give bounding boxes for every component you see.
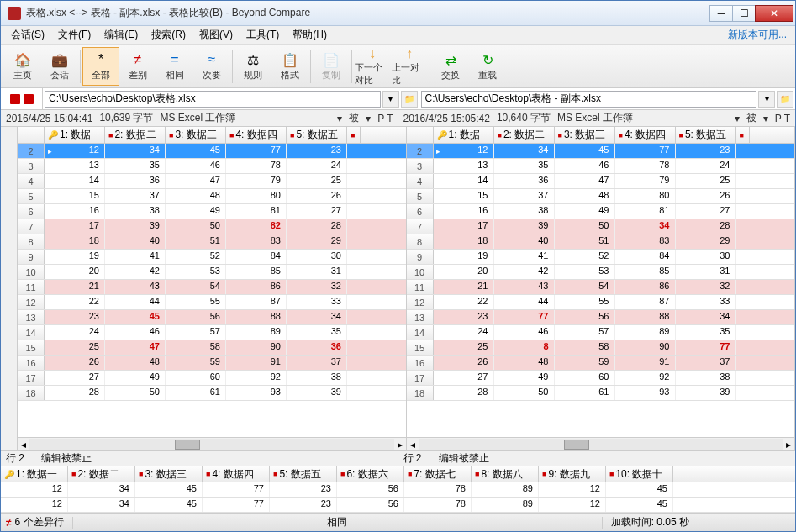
menu-视图(V)[interactable]: 视图(V) <box>192 26 240 44</box>
compare-mode-icon[interactable] <box>1 88 43 109</box>
column-header[interactable]: ■4: 数据四 <box>226 127 287 143</box>
table-row[interactable]: 102042538531 <box>407 265 795 280</box>
table-row[interactable]: 112143548632 <box>18 280 406 295</box>
status-center: 相同 <box>82 515 593 529</box>
table-row[interactable]: 91941528430 <box>407 250 795 265</box>
table-row[interactable]: 182850619339 <box>18 386 406 401</box>
toolbar-home[interactable]: 🏠主页 <box>4 47 41 86</box>
table-row[interactable]: 132345568834 <box>18 310 406 325</box>
detail-row[interactable]: 12344577235678891245 <box>1 498 795 513</box>
session-icon: 💼 <box>50 50 69 69</box>
table-row[interactable]: 61638498127 <box>18 204 406 219</box>
table-row[interactable]: 15258589077 <box>407 340 795 356</box>
right-pane: 🔑1: 数据一■2: 数据二■3: 数据三■4: 数据四■5: 数据五■ 2▸1… <box>407 127 796 450</box>
maximize-button[interactable]: ☐ <box>732 5 756 22</box>
detail-column-header[interactable]: ■7: 数据七 <box>404 466 472 482</box>
table-row[interactable]: 142446578935 <box>407 325 795 340</box>
column-header[interactable]: ■2: 数据二 <box>494 127 555 143</box>
toolbar-reload[interactable]: ↻重载 <box>469 47 506 86</box>
toolbar-minor[interactable]: ≈次要 <box>193 47 230 86</box>
table-row[interactable]: 31335467824 <box>407 159 795 174</box>
left-grid[interactable]: 2▸12344577233133546782441436477925515374… <box>18 144 406 437</box>
menu-工具(T)[interactable]: 工具(T) <box>240 26 286 44</box>
table-row[interactable]: 71739508228 <box>18 219 406 234</box>
table-row[interactable]: 41436477925 <box>18 174 406 189</box>
table-row[interactable]: 51537488026 <box>18 189 406 204</box>
table-row[interactable]: 91941528430 <box>18 250 406 265</box>
toolbar-nextdiff[interactable]: ↓下一个对比 <box>354 47 391 86</box>
table-row[interactable]: 162648599137 <box>407 356 795 371</box>
left-browse-button[interactable]: 📁 <box>401 91 418 108</box>
table-row[interactable]: 182850619339 <box>407 386 795 401</box>
minimize-button[interactable]: ─ <box>709 5 733 22</box>
right-scrollbar[interactable]: ◂▸ <box>407 437 795 450</box>
left-scrollbar[interactable]: ◂▸ <box>18 437 406 450</box>
meta-bar: 2016/4/25 15:04:4110,639 字节MS Excel 工作簿▾… <box>1 110 795 127</box>
menu-文件(F)[interactable]: 文件(F) <box>51 26 98 44</box>
table-row[interactable]: 122244558733 <box>18 295 406 310</box>
table-row[interactable]: 162648599137 <box>18 356 406 371</box>
table-row[interactable]: 172749609238 <box>407 371 795 386</box>
detail-column-header[interactable]: ■10: 数据十 <box>606 466 673 482</box>
toolbar-all[interactable]: *全部 <box>82 47 119 86</box>
table-row[interactable]: 112143548632 <box>407 280 795 295</box>
detail-column-header[interactable]: ■2: 数据二 <box>68 466 135 482</box>
table-row[interactable]: 51537488026 <box>407 189 795 204</box>
left-dropdown-button[interactable]: ▾ <box>382 91 399 108</box>
column-header[interactable]: ■3: 数据三 <box>555 127 615 143</box>
detail-column-header[interactable]: ■5: 数据五 <box>270 466 337 482</box>
right-path-input[interactable] <box>421 91 757 108</box>
detail-row[interactable]: 12344577235678891245 <box>1 482 795 498</box>
close-button[interactable]: ✕ <box>755 5 793 22</box>
column-header[interactable]: ■3: 数据三 <box>166 127 226 143</box>
column-header[interactable]: 🔑1: 数据一 <box>434 127 494 143</box>
detail-column-header[interactable]: ■6: 数据六 <box>337 466 404 482</box>
right-row-label: 行 2 <box>403 451 422 466</box>
detail-column-header[interactable]: 🔑1: 数据一 <box>1 466 68 482</box>
table-row[interactable]: 41436477925 <box>407 174 795 189</box>
copy-icon: 📄 <box>322 50 340 69</box>
table-row[interactable]: 172749609238 <box>18 371 406 386</box>
diff-count: 6 个差异行 <box>15 515 64 529</box>
table-row[interactable]: 31335467824 <box>18 159 406 174</box>
right-browse-button[interactable]: 📁 <box>777 91 793 108</box>
diff-gutter[interactable] <box>1 127 18 450</box>
table-row[interactable]: 61638498127 <box>407 204 795 219</box>
menu-帮助(H)[interactable]: 帮助(H) <box>286 26 334 44</box>
column-header[interactable]: ■5: 数据五 <box>287 127 347 143</box>
table-row[interactable]: 71739503428 <box>407 219 795 234</box>
toolbar-diff[interactable]: ≠差别 <box>119 47 156 86</box>
right-dropdown-button[interactable]: ▾ <box>758 91 775 108</box>
table-row[interactable]: 81840518329 <box>407 234 795 250</box>
menu-搜索(R)[interactable]: 搜索(R) <box>145 26 192 44</box>
table-row[interactable]: 122244558733 <box>407 295 795 310</box>
table-row[interactable]: 132377568834 <box>407 310 795 325</box>
detail-column-header[interactable]: ■4: 数据四 <box>203 466 270 482</box>
left-path-input[interactable] <box>45 91 381 108</box>
column-header[interactable]: 🔑1: 数据一 <box>45 127 105 143</box>
toolbar-same[interactable]: =相同 <box>156 47 193 86</box>
toolbar-format[interactable]: 📋格式 <box>271 47 308 86</box>
column-header[interactable]: ■4: 数据四 <box>615 127 676 143</box>
table-row[interactable]: 102042538531 <box>18 265 406 280</box>
table-row[interactable]: 2▸1234457723 <box>18 144 406 159</box>
detail-column-header[interactable]: ■8: 数据八 <box>472 466 539 482</box>
detail-grid[interactable]: 1234457723567889124512344577235678891245 <box>1 482 795 513</box>
table-row[interactable]: 81840518329 <box>18 234 406 250</box>
same-icon: = <box>166 50 184 69</box>
menu-会话(S)[interactable]: 会话(S) <box>4 26 51 44</box>
toolbar-session[interactable]: 💼会话 <box>41 47 78 86</box>
toolbar-prevdiff[interactable]: ↑上一对比 <box>391 47 428 86</box>
table-row[interactable]: 2▸1234457723 <box>407 144 795 159</box>
toolbar-swap[interactable]: ⇄交换 <box>432 47 469 86</box>
detail-column-header[interactable]: ■3: 数据三 <box>135 466 203 482</box>
table-row[interactable]: 142446578935 <box>18 325 406 340</box>
column-header[interactable]: ■5: 数据五 <box>676 127 736 143</box>
detail-column-header[interactable]: ■9: 数据九 <box>539 466 606 482</box>
table-row[interactable]: 152547589036 <box>18 340 406 356</box>
menu-编辑(E)[interactable]: 编辑(E) <box>98 26 145 44</box>
update-link[interactable]: 新版本可用... <box>728 28 792 42</box>
column-header[interactable]: ■2: 数据二 <box>105 127 166 143</box>
toolbar-rules[interactable]: ⚖规则 <box>235 47 271 86</box>
right-grid[interactable]: 2▸12344577233133546782441436477925515374… <box>407 144 795 437</box>
